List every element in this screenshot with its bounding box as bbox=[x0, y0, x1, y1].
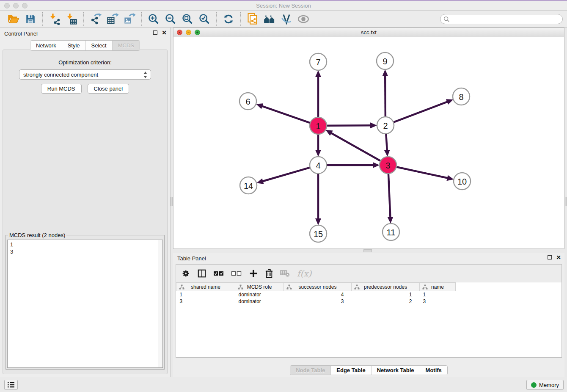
node-6[interactable]: 6 bbox=[239, 93, 256, 110]
select-all-icon[interactable] bbox=[213, 267, 224, 280]
zoom-fit-icon[interactable] bbox=[180, 12, 195, 26]
function-builder-icon[interactable]: f(x) bbox=[297, 267, 311, 280]
node-4[interactable]: 4 bbox=[310, 157, 327, 174]
splitter-handle[interactable] bbox=[171, 197, 173, 206]
close-panel-icon[interactable]: ✕ bbox=[162, 30, 167, 35]
edge-2-3[interactable] bbox=[386, 134, 387, 150]
edge-3-10[interactable] bbox=[396, 167, 448, 178]
control-panel-title: Control Panel bbox=[4, 30, 38, 37]
export-table-icon[interactable] bbox=[105, 12, 120, 26]
splitter-handle[interactable] bbox=[363, 249, 372, 252]
table-cell[interactable]: 1 bbox=[176, 291, 235, 298]
edge-2-9[interactable] bbox=[385, 76, 385, 117]
table-cell[interactable]: 3 bbox=[284, 298, 352, 305]
edge-3-11[interactable] bbox=[388, 174, 391, 217]
add-column-icon[interactable] bbox=[249, 267, 258, 280]
refresh-icon[interactable] bbox=[221, 12, 236, 26]
import-table-icon[interactable] bbox=[64, 12, 79, 26]
zoom-selected-icon[interactable] bbox=[197, 12, 212, 26]
tab-mcds[interactable]: MCDS bbox=[112, 41, 140, 50]
table-cell[interactable]: 3 bbox=[176, 298, 235, 305]
search-input[interactable] bbox=[451, 15, 562, 23]
node-2[interactable]: 2 bbox=[377, 117, 394, 134]
horizontal-splitter[interactable] bbox=[173, 249, 564, 253]
node-1[interactable]: 1 bbox=[310, 117, 327, 134]
close-panel-icon[interactable]: ✕ bbox=[556, 255, 561, 259]
node-10[interactable]: 10 bbox=[454, 173, 471, 190]
mcds-result-line[interactable]: 1 bbox=[10, 241, 160, 248]
network-title: scc.txt bbox=[173, 29, 564, 36]
mcds-result-line[interactable]: 3 bbox=[10, 248, 160, 255]
right-splitter[interactable] bbox=[564, 28, 567, 377]
toolbar-separator bbox=[240, 12, 241, 26]
memory-status-icon bbox=[531, 382, 537, 388]
network-window-titlebar[interactable]: × − + scc.txt bbox=[173, 28, 564, 37]
table-cell[interactable]: 4 bbox=[284, 291, 352, 298]
node-8[interactable]: 8 bbox=[453, 88, 470, 105]
table-tabs: Node TableEdge TableNetwork TableMotifs bbox=[173, 365, 564, 375]
mcds-result-title: MCDS result (2 nodes) bbox=[8, 232, 66, 238]
edge-4-14[interactable] bbox=[263, 168, 310, 182]
first-neighbors-icon[interactable] bbox=[262, 12, 277, 26]
show-panels-button[interactable] bbox=[4, 380, 18, 390]
splitter-handle[interactable] bbox=[565, 197, 567, 206]
tab-network[interactable]: Network bbox=[30, 41, 62, 50]
search-box[interactable] bbox=[440, 14, 563, 24]
table-row[interactable]: 1dominator411 bbox=[176, 291, 456, 298]
vizmap-icon[interactable] bbox=[279, 12, 294, 26]
table-row[interactable]: 3dominator323 bbox=[176, 298, 456, 305]
node-11[interactable]: 11 bbox=[383, 224, 399, 240]
table-cell[interactable]: 1 bbox=[352, 291, 420, 298]
clone-network-icon[interactable] bbox=[245, 12, 260, 26]
column-header-name[interactable]: name bbox=[420, 283, 456, 291]
column-header-MCDS-role[interactable]: MCDS role bbox=[235, 283, 284, 291]
optimization-criterion-select[interactable]: strongly connected component bbox=[19, 69, 151, 80]
node-7[interactable]: 7 bbox=[310, 53, 327, 70]
network-canvas[interactable]: 7968124314101511 bbox=[173, 37, 564, 248]
edge-2-8[interactable] bbox=[394, 102, 448, 122]
node-3[interactable]: 3 bbox=[380, 157, 396, 174]
save-session-icon[interactable] bbox=[23, 12, 38, 26]
zoom-in-icon[interactable] bbox=[146, 12, 161, 26]
column-visibility-icon[interactable] bbox=[197, 267, 206, 280]
delete-column-icon[interactable] bbox=[265, 267, 273, 280]
float-panel-icon[interactable] bbox=[153, 30, 157, 35]
import-network-icon[interactable] bbox=[47, 12, 62, 26]
float-panel-icon[interactable] bbox=[548, 255, 552, 259]
table-cell[interactable]: 3 bbox=[420, 298, 456, 305]
zoom-out-icon[interactable] bbox=[163, 12, 178, 26]
tab-motifs[interactable]: Motifs bbox=[420, 366, 447, 375]
close-panel-button[interactable]: Close panel bbox=[88, 84, 129, 94]
column-header-predecessor-nodes[interactable]: predecessor nodes bbox=[352, 283, 420, 291]
table-cell[interactable]: dominator bbox=[235, 291, 284, 298]
tab-select[interactable]: Select bbox=[85, 41, 112, 50]
edge-1-2[interactable] bbox=[327, 125, 371, 126]
table-cell[interactable]: 2 bbox=[352, 298, 420, 305]
scrollbar-track[interactable] bbox=[158, 240, 162, 367]
toolbar-separator bbox=[141, 12, 142, 26]
edge-1-6[interactable] bbox=[262, 106, 310, 123]
deselect-all-icon[interactable] bbox=[231, 267, 242, 280]
export-image-icon[interactable] bbox=[122, 12, 137, 26]
tab-edge-table[interactable]: Edge Table bbox=[330, 366, 371, 375]
column-header-successor-nodes[interactable]: successor nodes bbox=[284, 283, 352, 291]
node-9[interactable]: 9 bbox=[377, 52, 394, 69]
tab-network-table[interactable]: Network Table bbox=[371, 366, 420, 375]
memory-button[interactable]: Memory bbox=[526, 380, 564, 390]
tab-style[interactable]: Style bbox=[62, 41, 85, 50]
mcds-result-list[interactable]: 13 bbox=[7, 240, 163, 368]
tab-node-table[interactable]: Node Table bbox=[290, 366, 330, 375]
table-cell[interactable]: dominator bbox=[235, 298, 284, 305]
settings-icon[interactable] bbox=[181, 267, 190, 280]
delete-table-icon[interactable] bbox=[280, 267, 290, 280]
column-header-shared-name[interactable]: shared name bbox=[176, 283, 235, 291]
run-mcds-button[interactable]: Run MCDS bbox=[41, 84, 82, 94]
node-15[interactable]: 15 bbox=[310, 225, 327, 242]
vertical-splitter[interactable] bbox=[170, 28, 173, 377]
table-cell[interactable]: 1 bbox=[420, 291, 456, 298]
node-14[interactable]: 14 bbox=[240, 177, 257, 194]
edge-3-1[interactable] bbox=[331, 133, 380, 161]
open-file-icon[interactable] bbox=[6, 12, 21, 26]
export-network-icon[interactable] bbox=[88, 12, 103, 26]
show-graphics-details-icon[interactable] bbox=[296, 12, 311, 26]
